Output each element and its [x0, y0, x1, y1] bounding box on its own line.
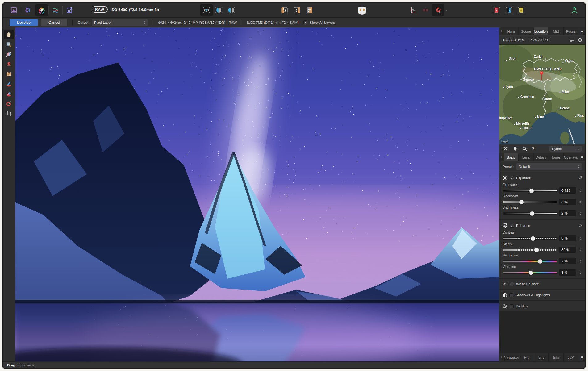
assistant-button[interactable]	[356, 4, 368, 16]
panel-menu-icon[interactable]: ≡	[578, 153, 585, 161]
develop-persona-button[interactable]	[35, 4, 48, 16]
clarity-value[interactable]: 30 %	[559, 247, 576, 253]
map-search-icon[interactable]	[522, 146, 527, 151]
panel-drag-handle[interactable]: ‖	[499, 27, 504, 35]
studio-red-button[interactable]	[490, 4, 503, 16]
tab-details[interactable]: Details	[534, 153, 548, 161]
panel-drag-handle[interactable]: ‖	[499, 153, 504, 161]
flip-icon	[306, 7, 313, 14]
guides-button-disabled[interactable]	[419, 4, 432, 16]
snapping-dropdown[interactable]: ▾	[444, 9, 449, 12]
overlay-erase-tool-button[interactable]	[4, 89, 14, 98]
value-stepper[interactable]: ▲▼	[578, 236, 582, 240]
flip-button[interactable]	[303, 4, 315, 16]
white-balance-checkbox[interactable]	[510, 282, 514, 286]
map-city-label: Toulon	[522, 126, 532, 130]
enhance-enabled-checkbox[interactable]: ✓	[510, 224, 514, 228]
tab-history[interactable]: His	[519, 353, 534, 361]
mirror-view-button[interactable]	[225, 4, 237, 16]
value-stepper[interactable]: ▲▼	[578, 200, 582, 204]
value-stepper[interactable]: ▲▼	[578, 271, 582, 275]
tab-location[interactable]: Location	[534, 27, 548, 35]
preset-select[interactable]: Default ▲▼	[516, 163, 582, 170]
crop-tool-button[interactable]	[4, 109, 14, 118]
liquify-persona-button[interactable]	[22, 4, 34, 16]
vibrance-value[interactable]: 3 %	[559, 269, 576, 276]
slider-thumb[interactable]	[538, 259, 542, 264]
slider-thumb[interactable]	[529, 271, 533, 275]
tone-mapping-persona-button[interactable]	[49, 4, 62, 16]
tab-info[interactable]: Info	[549, 353, 564, 361]
map-type-select[interactable]: Hybrid ▲▼	[549, 146, 582, 152]
exposure-enabled-checkbox[interactable]: ✓	[510, 176, 514, 180]
value-stepper[interactable]: ▲▼	[578, 211, 582, 215]
map-legal-link[interactable]: Legal	[501, 140, 508, 143]
slider-thumb[interactable]	[530, 211, 534, 216]
value-stepper[interactable]: ▲▼	[578, 248, 582, 252]
tab-snapshots[interactable]: Snp	[534, 353, 549, 361]
white-balance-section: White Balance	[499, 279, 585, 289]
coordinates-row: 46.006601° N 7.765010° E	[499, 35, 585, 45]
photo-canvas[interactable]	[15, 27, 499, 361]
slider-thumb[interactable]	[535, 248, 539, 252]
panel-menu-icon[interactable]: ≡	[578, 27, 585, 35]
snapping-button[interactable]	[432, 4, 444, 16]
grid-button[interactable]	[407, 4, 419, 16]
tab-mtd[interactable]: Mtd	[548, 27, 563, 35]
slider-thumb[interactable]	[519, 200, 524, 204]
map-pan-icon[interactable]	[503, 146, 508, 151]
white-balance-tool-button[interactable]	[4, 50, 14, 59]
shadows-highlights-checkbox[interactable]	[509, 293, 513, 297]
saturation-value[interactable]: 7 %	[559, 258, 576, 264]
map-hand-icon[interactable]	[513, 146, 517, 151]
tab-navigator[interactable]: Navigator	[504, 353, 519, 361]
split-view-button[interactable]	[213, 4, 225, 16]
tab-basic[interactable]: Basic	[504, 153, 519, 161]
tab-tones[interactable]: Tones	[548, 153, 563, 161]
blackpoint-value[interactable]: 3 %	[559, 199, 576, 205]
studio-blue-button[interactable]	[503, 4, 515, 16]
studio-yellow-button[interactable]	[515, 4, 528, 16]
rotate-right-button[interactable]	[291, 4, 303, 16]
location-map[interactable]: Dijon Zurich Vaduz SWITZERLAND Geneva Ly…	[499, 45, 585, 144]
studio-blue-icon	[505, 6, 513, 14]
photo-persona-button[interactable]	[8, 4, 20, 16]
list-icon[interactable]	[569, 38, 574, 42]
cancel-button[interactable]: Cancel	[41, 19, 67, 26]
show-all-layers-checkbox[interactable]: ✓	[303, 20, 307, 24]
tab-hgm[interactable]: Hgm	[504, 27, 519, 35]
tab-focus[interactable]: Focus	[564, 27, 578, 35]
view-tool-button[interactable]	[4, 30, 14, 39]
export-persona-button[interactable]	[63, 4, 76, 16]
zoom-tool-button[interactable]	[4, 40, 14, 49]
value-stepper[interactable]: ▲▼	[578, 189, 582, 193]
panel-drag-handle[interactable]: ‖	[499, 353, 504, 361]
single-view-button[interactable]	[200, 4, 213, 16]
rotate-left-button[interactable]	[278, 4, 291, 16]
red-eye-tool-button[interactable]	[4, 60, 14, 69]
tab-lens[interactable]: Lens	[519, 153, 533, 161]
contrast-value[interactable]: 8 %	[559, 235, 576, 241]
value-stepper[interactable]: ▲▼	[578, 259, 582, 263]
blemish-removal-tool-button[interactable]	[4, 69, 14, 79]
overlay-paint-tool-button[interactable]	[4, 79, 14, 89]
map-city-label: Lyon	[506, 85, 513, 89]
slider-thumb[interactable]	[529, 189, 534, 193]
overlay-gradient-tool-button[interactable]	[4, 99, 14, 108]
brightness-value[interactable]: 2 %	[559, 210, 576, 216]
exposure-value[interactable]: 0.425	[559, 187, 576, 194]
tab-overlays[interactable]: Overlays	[564, 153, 578, 161]
develop-button[interactable]: Develop	[10, 19, 38, 26]
gps-crosshair-icon[interactable]	[578, 38, 582, 42]
enhance-reset-icon[interactable]: ↺	[578, 223, 582, 228]
exposure-reset-icon[interactable]: ↺	[578, 175, 582, 181]
profiles-icon	[503, 304, 507, 309]
slider-thumb[interactable]	[531, 236, 535, 241]
tab-32-bit-preview[interactable]: 32P	[564, 353, 578, 361]
map-help-button[interactable]: ?	[532, 146, 534, 151]
output-select[interactable]: Pixel Layer ▲▼	[92, 19, 148, 26]
account-button[interactable]	[568, 4, 581, 16]
tab-scope[interactable]: Scope	[519, 27, 533, 35]
profiles-checkbox[interactable]	[510, 304, 514, 308]
panel-menu-icon[interactable]: ≡	[578, 353, 585, 361]
